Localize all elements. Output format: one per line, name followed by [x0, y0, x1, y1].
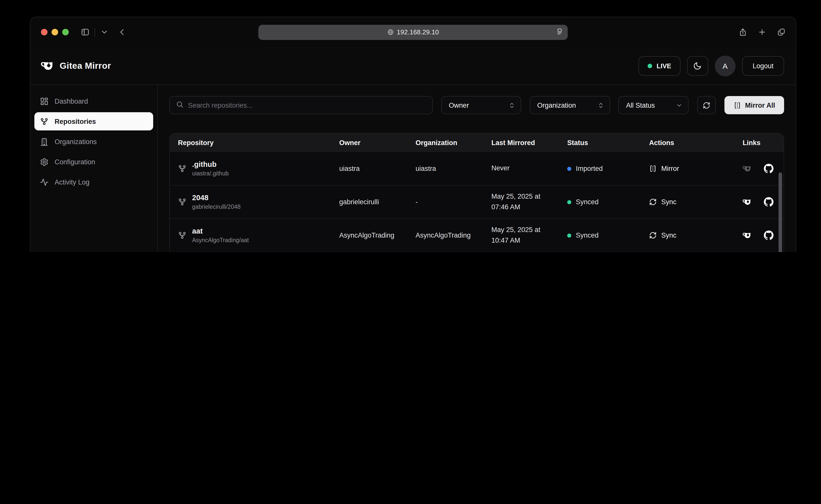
owner-cell: AsyncAlgoTrading — [339, 232, 416, 239]
sidebar-item-label: Dashboard — [55, 97, 88, 105]
avatar-initial: A — [722, 61, 727, 70]
github-link[interactable] — [764, 231, 773, 240]
table-row: 2048 gabrielecirulli/2048 gabrielecirull… — [170, 186, 784, 219]
configuration-icon — [40, 157, 49, 166]
repository-name[interactable]: aat — [192, 227, 249, 236]
column-header-actions: Actions — [649, 139, 743, 147]
theme-toggle-button[interactable] — [687, 56, 708, 76]
avatar[interactable]: A — [715, 55, 735, 76]
repository-cell: 2048 gabrielecirulli/2048 — [170, 193, 339, 211]
chevron-down-icon[interactable] — [100, 28, 109, 36]
status-cell: Synced — [567, 232, 649, 239]
repository-path: AsyncAlgoTrading/aat — [192, 236, 249, 244]
sidebar-item-label: Configuration — [55, 158, 95, 166]
gitea-link[interactable] — [743, 197, 752, 207]
mirror-icon — [649, 165, 657, 172]
new-tab-icon[interactable] — [758, 28, 766, 36]
chevron-up-down-icon — [597, 102, 604, 108]
logout-label: Logout — [752, 62, 773, 70]
moon-icon — [693, 61, 702, 70]
sidebar-item-dashboard[interactable]: Dashboard — [34, 92, 153, 110]
sync-action-button[interactable]: Sync — [649, 198, 743, 206]
sidebar-toggle-icon[interactable] — [81, 28, 89, 36]
github-link[interactable] — [764, 164, 773, 173]
owner-select[interactable]: Owner — [441, 96, 521, 114]
tabs-icon[interactable] — [777, 28, 786, 36]
gitea-link[interactable] — [743, 231, 752, 240]
globe-icon — [387, 29, 394, 35]
app-brand: Gitea Mirror — [41, 59, 111, 73]
back-icon[interactable] — [118, 28, 126, 36]
git-fork-icon — [178, 231, 187, 240]
github-icon — [764, 197, 773, 207]
action-label: Sync — [661, 198, 676, 206]
github-link[interactable] — [764, 197, 773, 207]
sidebar-item-repositories[interactable]: Repositories — [34, 112, 153, 130]
app-title: Gitea Mirror — [60, 60, 111, 71]
share-icon[interactable] — [739, 28, 747, 36]
repository-cell: .github uiastra/.github — [170, 160, 339, 177]
logout-button[interactable]: Logout — [742, 56, 784, 76]
browser-window: 192.168.29.10 Gitea Mirror LIVE — [30, 17, 796, 252]
app-header: Gitea Mirror LIVE A Logout — [30, 47, 796, 84]
filters-bar: Search repositories... Owner Organizatio… — [169, 96, 784, 114]
organization-select[interactable]: Organization — [530, 96, 610, 114]
repository-path: gabrielecirulli/2048 — [192, 202, 241, 211]
live-status-button[interactable]: LIVE — [638, 56, 680, 76]
github-icon — [764, 164, 773, 173]
repositories-icon — [40, 117, 49, 126]
git-fork-icon — [178, 164, 187, 173]
reader-icon[interactable] — [556, 28, 563, 36]
sync-icon — [649, 232, 657, 239]
action-label: Mirror — [661, 165, 679, 172]
sidebar-item-label: Activity Log — [55, 178, 89, 186]
status-cell: Synced — [567, 198, 649, 206]
sidebar-item-label: Organizations — [55, 138, 97, 145]
gitea-logo-icon — [41, 59, 55, 73]
close-window-button[interactable] — [41, 29, 48, 35]
links-cell — [743, 197, 784, 207]
links-cell — [743, 231, 784, 240]
owner-cell: gabrielecirulli — [339, 198, 416, 206]
status-select[interactable]: All Status — [619, 96, 689, 114]
sidebar-item-activity-log[interactable]: Activity Log — [34, 173, 153, 191]
status-dot — [567, 167, 571, 171]
column-header-owner: Owner — [339, 139, 416, 147]
repository-meta: .github uiastra/.github — [192, 160, 229, 177]
repository-name[interactable]: .github — [192, 160, 229, 169]
refresh-button[interactable] — [697, 96, 716, 114]
status-dot — [567, 200, 571, 204]
mirror-action-button[interactable]: Mirror — [649, 165, 743, 172]
sync-action-button[interactable]: Sync — [649, 232, 743, 239]
table-row: aat AsyncAlgoTrading/aat AsyncAlgoTradin… — [170, 219, 784, 252]
organization-cell: AsyncAlgoTrading — [416, 232, 491, 239]
activity-log-icon — [40, 178, 49, 186]
chevron-up-down-icon — [509, 102, 515, 108]
search-input[interactable]: Search repositories... — [169, 96, 433, 114]
status-select-label: All Status — [626, 101, 655, 109]
main-content: Search repositories... Owner Organizatio… — [158, 85, 796, 252]
zoom-window-button[interactable] — [62, 29, 69, 35]
repository-name[interactable]: 2048 — [192, 193, 241, 202]
organization-select-label: Organization — [537, 101, 576, 109]
address-bar[interactable]: 192.168.29.10 — [258, 25, 568, 40]
last-mirrored-cell: Never — [491, 164, 567, 174]
traffic-lights — [41, 29, 69, 35]
address-bar-url: 192.168.29.10 — [397, 28, 439, 36]
mirror-all-button[interactable]: Mirror All — [724, 96, 784, 114]
status-badge: Synced — [576, 198, 599, 206]
sidebar-item-organizations[interactable]: Organizations — [34, 132, 153, 151]
gitea-icon — [743, 164, 752, 173]
status-badge: Imported — [576, 165, 603, 172]
organization-cell: - — [416, 198, 491, 206]
search-icon — [176, 100, 184, 110]
repository-meta: 2048 gabrielecirulli/2048 — [192, 193, 241, 211]
gitea-icon — [743, 197, 752, 207]
minimize-window-button[interactable] — [52, 29, 58, 35]
owner-select-label: Owner — [449, 101, 469, 109]
repository-path: uiastra/.github — [192, 169, 229, 177]
table-scrollbar[interactable] — [779, 172, 782, 252]
gitea-link[interactable] — [743, 164, 752, 173]
sidebar-item-configuration[interactable]: Configuration — [34, 153, 153, 171]
column-header-status: Status — [567, 139, 649, 147]
